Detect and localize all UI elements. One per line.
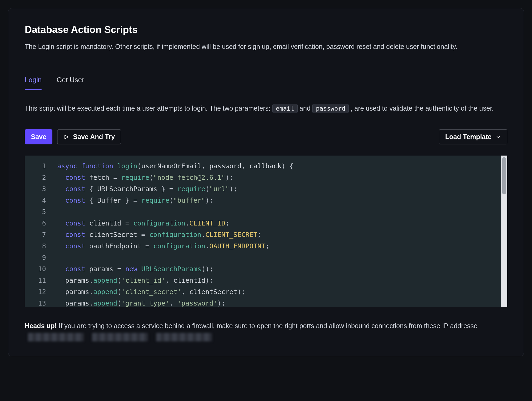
line-number: 1 [25,160,46,172]
page-title: Database Action Scripts [25,24,507,35]
tab-description-text-1: This script will be executed each time a… [25,105,272,112]
code-line: async function login(userNameOrEmail, pa… [57,160,507,172]
redacted-ip-2 [92,333,148,341]
page-description: The Login script is mandatory. Other scr… [25,42,498,52]
param-password-tag: password [312,104,349,113]
save-and-try-button[interactable]: Save And Try [57,129,121,144]
chevron-down-icon [495,134,501,140]
code-line: const { Buffer } = require("buffer"); [57,195,507,206]
play-icon [63,134,69,140]
line-number: 12 [25,286,46,298]
redacted-ip-1 [28,333,84,341]
code-area[interactable]: async function login(userNameOrEmail, pa… [51,156,507,307]
action-row: Save Save And Try Load Template [25,129,507,144]
code-line: const oauthEndpoint = configuration.OAUT… [57,240,507,252]
line-number: 4 [25,195,46,206]
save-button[interactable]: Save [25,129,52,144]
code-line [57,206,507,218]
code-editor[interactable]: 12345678910111213 async function login(u… [25,156,507,307]
save-button-label: Save [31,133,46,141]
tab-login[interactable]: Login [25,76,42,90]
save-and-try-label: Save And Try [73,133,115,141]
scrollbar[interactable] [501,156,507,307]
line-number: 10 [25,263,46,275]
line-number: 9 [25,252,46,263]
tab-get-user[interactable]: Get User [57,76,84,90]
tab-description-and: and [300,105,313,112]
line-number: 7 [25,229,46,240]
line-gutter: 12345678910111213 [25,156,51,307]
load-template-label: Load Template [445,133,492,141]
line-number: 8 [25,240,46,252]
code-line [57,252,507,263]
code-line: const clientId = configuration.CLIENT_ID… [57,218,507,229]
svg-marker-0 [65,135,68,139]
heads-up-note: Heads up! If you are trying to access a … [25,320,507,342]
code-line: const fetch = require("node-fetch@2.6.1"… [57,172,507,183]
heads-up-text: If you are trying to access a service be… [57,322,477,329]
load-template-button[interactable]: Load Template [439,129,507,144]
line-number: 6 [25,218,46,229]
line-number: 13 [25,298,46,307]
code-line: const clientSecret = configuration.CLIEN… [57,229,507,240]
code-line: const params = new URLSearchParams(); [57,263,507,275]
tab-description-text-2: , are used to validate the authenticity … [351,105,494,112]
heads-up-bold: Heads up! [25,322,57,329]
redacted-ip-3 [156,333,212,341]
line-number: 2 [25,172,46,183]
param-email-tag: email [272,104,298,113]
scrollbar-thumb[interactable] [502,157,506,194]
line-number: 5 [25,206,46,218]
tab-description: This script will be executed each time a… [25,103,498,114]
code-line: params.append('client_id', clientId); [57,275,507,286]
code-line: const { URLSearchParams } = require("url… [57,183,507,195]
line-number: 3 [25,183,46,195]
code-line: params.append('client_secret', clientSec… [57,286,507,298]
settings-card: Database Action Scripts The Login script… [8,8,524,356]
line-number: 11 [25,275,46,286]
code-line: params.append('grant_type', 'password'); [57,298,507,307]
tabs: Login Get User [25,76,507,90]
